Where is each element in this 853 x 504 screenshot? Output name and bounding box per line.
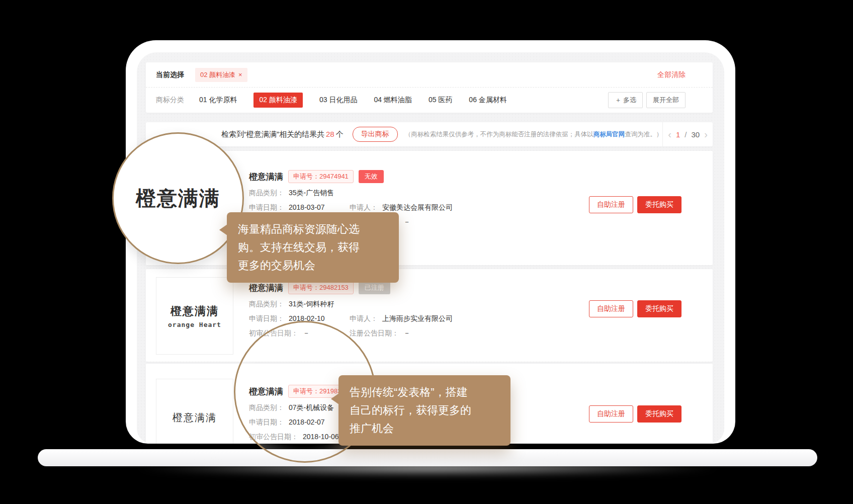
summary-suffix: 个 [336,130,344,138]
category-row: 商标分类 01 化学原料02 颜料油漆03 日化用品04 燃料油脂05 医药06… [146,88,713,113]
page-separator: / [685,130,687,139]
results-header: 检索到“橙意满满”相关的结果共28个 导出商标 （商标检索结果仅供参考，不作为商… [146,122,713,146]
field-line: 商品类别：31类-饲料种籽 [249,299,453,309]
thumbnail-subtext: orange Heart [168,321,221,328]
category-label: 商标分类 [156,96,184,105]
current-selection-label: 当前选择 [156,70,184,79]
current-selection-row: 当前选择 02 颜料油漆 × 全部清除 [146,62,713,88]
field: 申请人：安徽美达会展有限公司 [350,202,453,212]
expand-all-button[interactable]: 展开全部 [646,92,686,108]
field-value: 安徽美达会展有限公司 [382,202,453,212]
category-list: 01 化学原料02 颜料油漆03 日化用品04 燃料油脂05 医药06 金属材料 [199,93,507,108]
total-pages: 30 [692,130,700,139]
trademark-thumbnail[interactable]: 橙意满满 [156,379,233,444]
field-label: 申请人： [350,202,378,212]
multi-select-button[interactable]: ＋ 多选 [608,92,643,108]
magnifier-circle-large: 橙意满满 [112,132,244,264]
disclaimer-text: （商标检索结果仅供参考，不作为商标能否注册的法律依据；具体以商标局官网查询为准。… [405,130,663,139]
category-item[interactable]: 01 化学原料 [199,96,237,105]
field: 申请日期：2018-03-07 [249,202,350,212]
field-value: 上海雨步实业有限公司 [382,313,453,323]
entrust-purchase-button[interactable]: 委托购买 [637,405,681,423]
row-title-line: 橙意满满申请号：29474941无效 [249,170,453,183]
entrust-purchase-button[interactable]: 委托购买 [637,300,681,317]
category-item[interactable]: 04 燃料油脂 [374,96,411,105]
thumbnail-text: 橙意满满 [173,411,217,425]
trademark-name: 橙意满满 [249,282,283,294]
field: 商品类别：35类-广告销售 [249,188,334,198]
field-value: 2018-03-07 [289,202,325,212]
field-value: － [403,328,410,338]
category-item[interactable]: 05 医药 [429,96,452,105]
field-label: 申请日期： [249,313,284,323]
next-page-icon[interactable]: › [704,129,708,139]
remove-filter-icon[interactable]: × [238,71,242,78]
magnified-trademark-text: 橙意满满 [136,185,220,212]
tooltip-marketplace: 海量精品商标资源随心选 购。支持在线交易，获得 更多的交易机会 [227,212,399,283]
field-label: 申请人： [350,313,378,323]
page-background: 当前选择 02 颜料油漆 × 全部清除 商标分类 01 化学原料02 颜料油漆0… [0,0,853,504]
self-register-button[interactable]: 自助注册 [589,300,633,317]
field-label: 商品类别： [249,299,284,309]
filter-panel: 当前选择 02 颜料油漆 × 全部清除 商标分类 01 化学原料02 颜料油漆0… [146,62,713,113]
summary-prefix: 检索到“橙意满满”相关的结果共 [221,130,324,138]
field-label: 商品类别： [249,188,284,198]
laptop-base [38,449,817,466]
selected-filter-chip[interactable]: 02 颜料油漆 × [195,68,247,82]
entrust-purchase-button[interactable]: 委托购买 [637,196,681,213]
status-badge: 已注册 [359,281,390,294]
trademark-thumbnail[interactable]: 橙意满满orange Heart [156,277,233,355]
clear-all-link[interactable]: 全部清除 [657,70,686,79]
category-item[interactable]: 03 日化用品 [319,96,357,105]
field-line: 商品类别：35类-广告销售 [249,188,453,198]
category-item[interactable]: 02 颜料油漆 [253,93,302,108]
row-title-line: 橙意满满申请号：29482153已注册 [249,281,453,294]
application-number-tag: 申请号：29482153 [288,281,354,294]
results-count: 28 [326,130,334,138]
field-line: 申请日期：2018-02-10申请人：上海雨步实业有限公司 [249,313,453,323]
results-summary: 检索到“橙意满满”相关的结果共28个 [221,130,344,139]
row-actions: 自助注册委托购买 [589,300,681,317]
application-number-tag: 申请号：29474941 [288,170,354,183]
selected-filter-label: 02 颜料油漆 [200,70,235,79]
field-value: 35类-广告销售 [289,188,334,198]
row-actions: 自助注册委托购买 [589,196,681,213]
field: 注册公告日期：－ [350,328,410,338]
field: 申请人：上海雨步实业有限公司 [350,313,453,323]
result-row: 橙意满满orange Heart橙意满满申请号：29482153已注册商品类别：… [146,269,713,362]
tooltip-promotion: 告别传统“发表格”，搭建 自己的标行，获得更多的 推广机会 [338,375,510,446]
trademark-name: 橙意满满 [249,171,283,183]
filter-buttons: ＋ 多选 展开全部 [608,92,686,108]
disclaimer-post: 查询为准。） [625,131,662,138]
field-label: 申请日期： [249,202,284,212]
thumbnail-text: 橙意满满 [170,304,219,319]
export-trademarks-button[interactable]: 导出商标 [353,127,398,142]
field-label: 注册公告日期： [350,328,399,338]
pagination: ‹ 1 / 30 › [662,122,713,146]
current-page: 1 [676,130,680,139]
category-item[interactable]: 06 金属材料 [469,96,506,105]
prev-page-icon[interactable]: ‹ [668,129,671,139]
self-register-button[interactable]: 自助注册 [589,405,633,423]
self-register-button[interactable]: 自助注册 [589,196,633,213]
disclaimer-pre: （商标检索结果仅供参考，不作为商标能否注册的法律依据；具体以 [405,131,593,138]
status-badge: 无效 [359,170,384,183]
field-value: 31类-饲料种籽 [289,299,334,309]
field-line: 申请日期：2018-03-07申请人：安徽美达会展有限公司 [249,202,453,212]
field: 商品类别：31类-饲料种籽 [249,299,334,309]
row-actions: 自助注册委托购买 [589,405,681,423]
trademark-office-link[interactable]: 商标局官网 [593,131,625,138]
field-value: － [403,217,410,227]
